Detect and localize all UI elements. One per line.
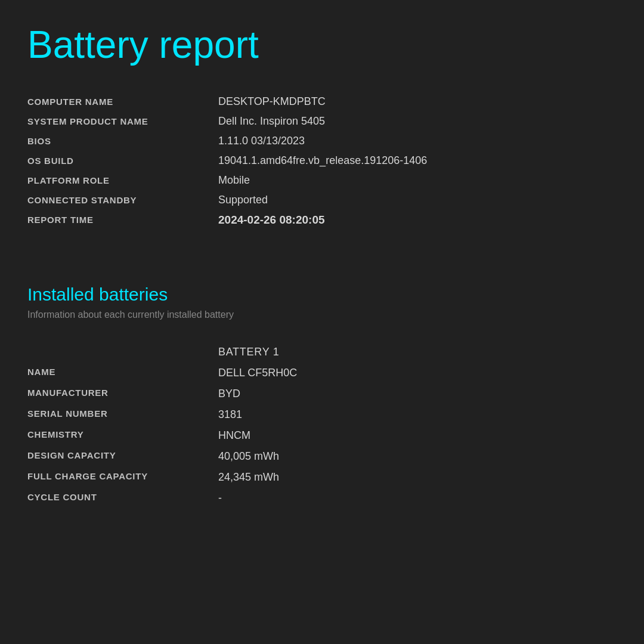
battery-info-label: FULL CHARGE CAPACITY — [27, 467, 218, 488]
battery-col-spacer — [27, 342, 218, 363]
system-info-value: Dell Inc. Inspiron 5405 — [218, 112, 617, 131]
system-info-value: 19041.1.amd64fre.vb_release.191206-1406 — [218, 151, 617, 171]
battery-info-label: NAME — [27, 363, 218, 383]
battery-info-row: MANUFACTURERBYD — [27, 383, 617, 404]
system-info-table: COMPUTER NAMEDESKTOP-KMDPBTCSYSTEM PRODU… — [27, 92, 617, 230]
battery-info-value: 24,345 mWh — [218, 467, 617, 488]
system-info-label: CONNECTED STANDBY — [27, 190, 218, 210]
battery-info-label: CYCLE COUNT — [27, 488, 218, 509]
battery-info-value: DELL CF5RH0C — [218, 363, 617, 383]
system-info-row: SYSTEM PRODUCT NAMEDell Inc. Inspiron 54… — [27, 112, 617, 131]
battery-info-row: DESIGN CAPACITY40,005 mWh — [27, 446, 617, 467]
system-info-row: PLATFORM ROLEMobile — [27, 171, 617, 190]
battery-header-row: BATTERY 1 — [27, 342, 617, 363]
installed-batteries-title: Installed batteries — [27, 284, 617, 305]
system-info-row: CONNECTED STANDBYSupported — [27, 190, 617, 210]
battery-info-row: NAMEDELL CF5RH0C — [27, 363, 617, 383]
installed-batteries-subtitle: Information about each currently install… — [27, 309, 617, 320]
battery-column-header: BATTERY 1 — [218, 342, 617, 363]
system-info-value: DESKTOP-KMDPBTC — [218, 92, 617, 112]
system-info-row: OS BUILD19041.1.amd64fre.vb_release.1912… — [27, 151, 617, 171]
system-info-label: REPORT TIME — [27, 210, 218, 230]
battery-info-label: CHEMISTRY — [27, 425, 218, 446]
page-title: Battery report — [27, 24, 617, 66]
battery-info-row: SERIAL NUMBER3181 — [27, 404, 617, 425]
system-info-value: 2024-02-26 08:20:05 — [218, 210, 617, 230]
system-info-label: BIOS — [27, 131, 218, 151]
system-info-row: COMPUTER NAMEDESKTOP-KMDPBTC — [27, 92, 617, 112]
system-info-label: SYSTEM PRODUCT NAME — [27, 112, 218, 131]
system-info-value: 1.11.0 03/13/2023 — [218, 131, 617, 151]
battery-info-table: BATTERY 1NAMEDELL CF5RH0CMANUFACTURERBYD… — [27, 342, 617, 509]
system-info-label: PLATFORM ROLE — [27, 171, 218, 190]
battery-info-label: DESIGN CAPACITY — [27, 446, 218, 467]
page-wrapper: Battery report COMPUTER NAMEDESKTOP-KMDP… — [0, 0, 644, 644]
battery-info-label: SERIAL NUMBER — [27, 404, 218, 425]
system-info-row: REPORT TIME2024-02-26 08:20:05 — [27, 210, 617, 230]
system-info-value: Supported — [218, 190, 617, 210]
system-info-label: OS BUILD — [27, 151, 218, 171]
battery-info-value: BYD — [218, 383, 617, 404]
battery-info-value: 3181 — [218, 404, 617, 425]
system-info-label: COMPUTER NAME — [27, 92, 218, 112]
battery-info-row: CYCLE COUNT- — [27, 488, 617, 509]
battery-info-value: - — [218, 488, 617, 509]
battery-info-label: MANUFACTURER — [27, 383, 218, 404]
battery-info-row: FULL CHARGE CAPACITY24,345 mWh — [27, 467, 617, 488]
system-info-value: Mobile — [218, 171, 617, 190]
battery-info-value: HNCM — [218, 425, 617, 446]
section-divider — [27, 266, 617, 267]
system-info-row: BIOS1.11.0 03/13/2023 — [27, 131, 617, 151]
battery-info-value: 40,005 mWh — [218, 446, 617, 467]
battery-info-row: CHEMISTRYHNCM — [27, 425, 617, 446]
